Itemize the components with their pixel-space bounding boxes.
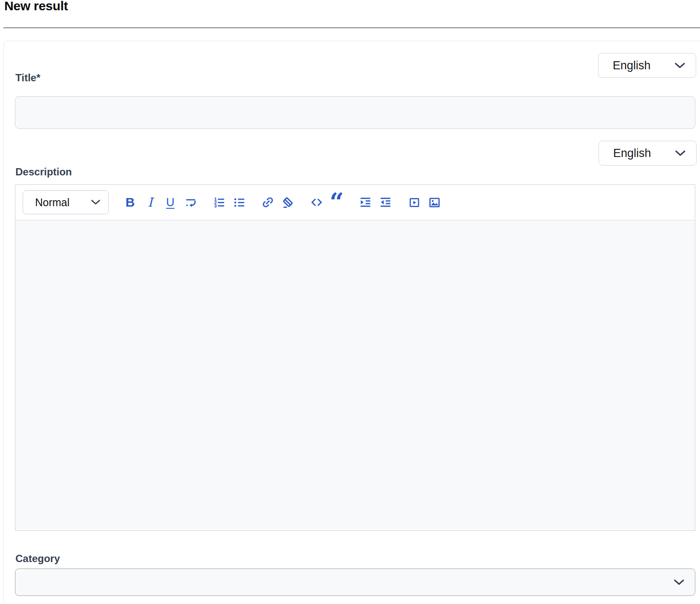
indent-button[interactable] bbox=[358, 193, 373, 211]
image-icon bbox=[428, 196, 441, 209]
blockquote-icon: “ bbox=[329, 184, 344, 221]
line-break-icon bbox=[184, 196, 197, 209]
description-editor-content[interactable] bbox=[15, 220, 695, 530]
description-language-value: English bbox=[613, 147, 675, 160]
underline-button[interactable]: U bbox=[163, 193, 178, 211]
title-language-dropdown[interactable]: English bbox=[598, 53, 696, 78]
line-break-button[interactable] bbox=[183, 193, 198, 211]
bullet-list-button[interactable] bbox=[232, 193, 246, 211]
editor-toolbar: Normal B I U bbox=[15, 185, 695, 220]
link-button[interactable] bbox=[261, 193, 275, 211]
header-divider bbox=[3, 27, 700, 28]
svg-text:3: 3 bbox=[214, 203, 217, 208]
form-card: English Title* English Description Norma… bbox=[3, 41, 700, 604]
bold-button[interactable]: B bbox=[123, 193, 137, 211]
link-icon bbox=[261, 195, 275, 209]
chevron-down-icon bbox=[675, 150, 686, 157]
title-input[interactable] bbox=[15, 96, 695, 129]
video-icon bbox=[408, 196, 421, 209]
paragraph-style-dropdown[interactable]: Normal bbox=[23, 190, 109, 214]
description-editor: Normal B I U bbox=[15, 184, 695, 531]
bold-icon: B bbox=[125, 193, 135, 211]
category-dropdown[interactable] bbox=[15, 568, 695, 596]
chevron-down-icon bbox=[673, 579, 685, 586]
title-label: Title* bbox=[15, 72, 40, 84]
chevron-down-icon bbox=[674, 62, 685, 69]
underline-icon: U bbox=[166, 193, 175, 211]
title-language-value: English bbox=[613, 59, 674, 72]
blockquote-button[interactable]: “ bbox=[329, 193, 344, 211]
ordered-list-icon: 1 2 3 bbox=[213, 196, 226, 209]
code-button[interactable] bbox=[309, 193, 324, 211]
insert-video-button[interactable] bbox=[407, 193, 421, 211]
indent-icon bbox=[359, 195, 372, 209]
paragraph-style-value: Normal bbox=[35, 196, 91, 209]
description-label: Description bbox=[15, 166, 72, 178]
clean-formatting-button[interactable] bbox=[281, 193, 295, 211]
page-title: New result bbox=[4, 0, 68, 15]
ordered-list-button[interactable]: 1 2 3 bbox=[212, 193, 226, 211]
chevron-down-icon bbox=[91, 199, 101, 205]
bullet-list-icon bbox=[233, 196, 246, 209]
new-result-page: New result English Title* English Descri… bbox=[0, 0, 700, 604]
category-label: Category bbox=[15, 553, 60, 565]
outdent-button[interactable] bbox=[378, 193, 393, 211]
eraser-icon bbox=[281, 195, 295, 209]
code-icon bbox=[310, 195, 323, 209]
italic-icon: I bbox=[148, 193, 152, 211]
outdent-icon bbox=[379, 195, 392, 209]
description-language-dropdown[interactable]: English bbox=[599, 141, 697, 166]
italic-button[interactable]: I bbox=[143, 193, 157, 211]
insert-image-button[interactable] bbox=[427, 193, 442, 211]
